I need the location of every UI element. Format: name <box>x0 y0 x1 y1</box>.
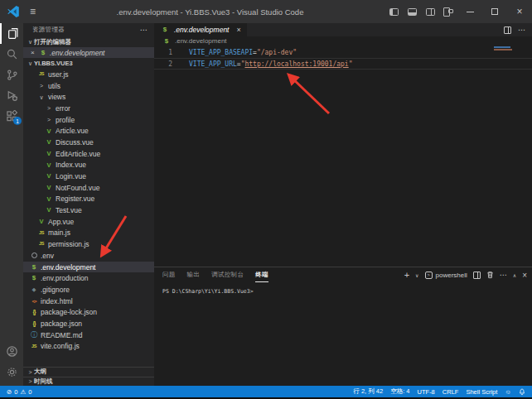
activitybar-explorer[interactable] <box>0 23 23 44</box>
js-file-icon: JS <box>37 231 46 236</box>
panel-tab-输出[interactable]: 输出 <box>187 267 201 282</box>
tree-item-permission-js[interactable]: JSpermission.js <box>23 238 154 250</box>
close-window-button[interactable]: × <box>507 0 532 23</box>
tree-item-utils[interactable]: >utils <box>23 80 154 92</box>
indentation[interactable]: 空格: 4 <box>390 387 409 396</box>
api-url-link[interactable]: http://localhost:19001/api <box>244 60 348 68</box>
terminal-dropdown-icon[interactable]: ∨ <box>415 272 418 278</box>
timeline-section[interactable]: > 时间线 <box>23 377 154 387</box>
terminal-content[interactable]: PS D:\CSharp\Yi\Yi.BBS.Vue3> <box>154 282 532 386</box>
problems-status[interactable]: ⊘ 0 ⚠ 0 <box>7 388 31 396</box>
tree-item-env[interactable]: .env <box>23 250 154 262</box>
shell-name[interactable]: powershell <box>436 272 467 279</box>
panel-header: 问题输出调试控制台终端 + ∨ > powershell ⋯ ∧ × <box>154 267 532 282</box>
maximize-icon <box>491 8 498 15</box>
tree-item-index-html[interactable]: <>index.html <box>23 296 154 307</box>
tree-item-label: EditArticle.vue <box>56 150 100 158</box>
minimize-button[interactable] <box>457 0 482 23</box>
close-panel-icon[interactable]: × <box>522 271 527 280</box>
open-editor-item-env-development[interactable]: × $ .env.development <box>23 47 154 58</box>
tree-item-label: user.js <box>48 70 69 79</box>
tree-item-label: package-lock.json <box>41 308 97 316</box>
new-terminal-icon[interactable]: + <box>404 270 409 280</box>
tree-item-views[interactable]: ∨views <box>23 91 154 103</box>
menu-icon[interactable]: ≡ <box>30 6 36 17</box>
customize-layout-button[interactable] <box>439 0 457 23</box>
toggle-primary-sidebar-button[interactable] <box>384 0 403 23</box>
tree-item-label: README.md <box>41 331 83 339</box>
language-mode[interactable]: Shell Script <box>466 388 497 396</box>
tree-item-label: error <box>56 104 70 113</box>
activitybar-search[interactable] <box>0 44 23 65</box>
vscode-logo-icon <box>7 5 20 18</box>
toggle-secondary-sidebar-button[interactable] <box>421 0 439 23</box>
tree-item-env-production[interactable]: $.env.production <box>23 272 154 284</box>
panel-tab-问题[interactable]: 问题 <box>162 267 176 282</box>
tree-item-discuss-vue[interactable]: VDiscuss.vue <box>23 137 154 148</box>
encoding[interactable]: UTF-8 <box>418 388 435 396</box>
eol-sequence[interactable]: CRLF <box>443 388 459 396</box>
tree-item-notfound-vue[interactable]: VNotFound.vue <box>23 182 154 194</box>
tree-item-gitignore[interactable]: ◆.gitignore <box>23 284 154 296</box>
more-actions-icon[interactable]: ⋯ <box>518 26 525 34</box>
minimap[interactable] <box>494 46 512 51</box>
explorer-more-actions-icon[interactable]: ⋯ <box>140 26 148 34</box>
kill-terminal-trash-icon[interactable] <box>486 271 494 279</box>
outline-section[interactable]: > 大纲 <box>23 367 154 377</box>
env-file-icon: $ <box>30 264 38 271</box>
tree-item-user-js[interactable]: JSuser.js <box>23 69 154 80</box>
notifications-bell-icon[interactable] <box>519 388 525 396</box>
split-editor-icon[interactable] <box>504 26 511 34</box>
split-terminal-icon[interactable] <box>473 272 481 279</box>
tree-item-main-js[interactable]: JSmain.js <box>23 228 154 239</box>
tree-item-package-json[interactable]: {}package.json <box>23 318 154 329</box>
close-editor-icon[interactable]: × <box>31 49 39 56</box>
vue-file-icon: V <box>45 185 53 191</box>
panel-tab-终端[interactable]: 终端 <box>255 267 268 282</box>
tab-env-development[interactable]: $ .env.development × <box>154 23 247 36</box>
tree-item-article-vue[interactable]: VArticle.vue <box>23 125 154 137</box>
code-editor[interactable]: 1 VITE_APP_BASEAPI="/api-dev" 2 VITE_APP… <box>154 46 532 267</box>
activitybar-extensions[interactable]: 1 <box>0 106 23 127</box>
chev-rightron-icon: > <box>45 117 53 123</box>
feedback-smiley-icon[interactable]: ☺ <box>505 388 511 396</box>
tree-item-label: vite.config.js <box>41 342 80 350</box>
tree-item-register-vue[interactable]: VRegister.vue <box>23 194 154 205</box>
maximize-panel-icon[interactable]: ∧ <box>513 272 516 278</box>
open-editors-label: 打开的编辑器 <box>34 38 71 46</box>
tree-item-readme-md[interactable]: ⓘREADME.md <box>23 329 154 341</box>
tree-item-label: Index.vue <box>56 161 86 169</box>
toggle-panel-button[interactable] <box>403 0 421 23</box>
tree-item-label: .env <box>41 252 54 260</box>
activitybar-settings[interactable] <box>0 362 23 382</box>
tree-item-error[interactable]: >error <box>23 103 154 114</box>
cursor-position[interactable]: 行 2, 列 42 <box>353 387 383 396</box>
activitybar-run-debug[interactable] <box>0 85 23 106</box>
layout-grid-icon <box>443 7 453 16</box>
tree-item-test-vue[interactable]: VTest.vue <box>23 204 154 216</box>
activity-bar: 1 <box>0 23 23 386</box>
tree-item-label: main.js <box>48 228 70 237</box>
tree-item-vite-config-js[interactable]: JSvite.config.js <box>23 341 154 353</box>
activitybar-source-control[interactable] <box>0 65 23 85</box>
maximize-button[interactable] <box>482 0 507 23</box>
env-file-icon: $ <box>30 275 38 281</box>
env-value: "/api-dev" <box>257 49 297 56</box>
tree-item-profile[interactable]: >profile <box>23 114 154 126</box>
tree-item-editarticle-vue[interactable]: VEditArticle.vue <box>23 148 154 160</box>
panel-more-icon[interactable]: ⋯ <box>500 271 507 279</box>
tree-item-package-lock-json[interactable]: {}package-lock.json <box>23 306 154 318</box>
close-tab-icon[interactable]: × <box>236 26 240 34</box>
activitybar-account[interactable] <box>0 341 23 362</box>
tree-item-app-vue[interactable]: VApp.vue <box>23 216 154 228</box>
panel-tab-调试控制台[interactable]: 调试控制台 <box>211 267 244 282</box>
breadcrumb[interactable]: $ .env.development <box>154 36 532 46</box>
tree-item-index-vue[interactable]: VIndex.vue <box>23 160 154 171</box>
tree-item-label: Discuss.vue <box>56 138 94 147</box>
tree-item-login-vue[interactable]: VLogin.vue <box>23 171 154 182</box>
tree-item-env-development[interactable]: $.env.development <box>23 262 154 273</box>
breadcrumb-file: .env.development <box>175 37 227 45</box>
project-root-section[interactable]: ∨ YI.BBS.VUE3 <box>23 58 154 69</box>
open-editors-section[interactable]: ∨ 打开的编辑器 <box>23 36 154 47</box>
bottom-panel: 问题输出调试控制台终端 + ∨ > powershell ⋯ ∧ × <box>154 267 532 386</box>
